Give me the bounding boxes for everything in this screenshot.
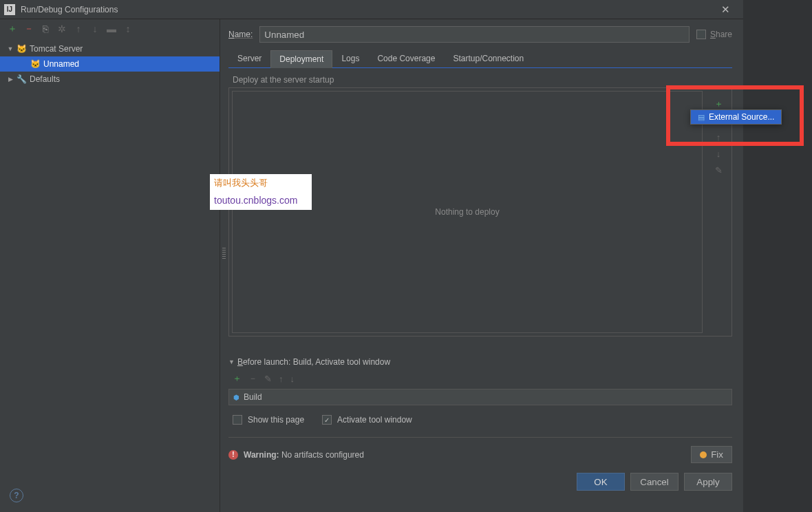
expand-arrow-icon: ▼ bbox=[7, 45, 14, 52]
deploy-edit-icon[interactable]: ✎ bbox=[712, 164, 725, 176]
tree-tomcat-server[interactable]: ▼ 🐱 Tomcat Server bbox=[0, 41, 220, 56]
deploy-add-icon[interactable]: ＋ bbox=[712, 98, 725, 110]
ok-button[interactable]: OK bbox=[577, 473, 625, 491]
dialog-buttons: OK Cancel Apply bbox=[228, 473, 732, 491]
run-debug-dialog: IJ Run/Debug Configurations ✕ ＋ － ⎘ ✲ ↑ … bbox=[0, 0, 743, 512]
deploy-section-label: Deploy at the server startup bbox=[233, 75, 732, 85]
bl-remove-icon[interactable]: － bbox=[248, 372, 257, 385]
popup-external-source[interactable]: ▤ External Source... bbox=[691, 110, 781, 124]
background-panel bbox=[743, 0, 812, 512]
tab-deployment[interactable]: Deployment bbox=[270, 50, 332, 68]
deploy-empty-label: Nothing to deploy bbox=[435, 207, 499, 217]
down-icon[interactable]: ↓ bbox=[89, 23, 100, 34]
tree-label: Defaults bbox=[30, 74, 60, 84]
sidebar-toolbar: ＋ － ⎘ ✲ ↑ ↓ ▬ ↕ bbox=[0, 19, 220, 39]
tree-label: Unnamed bbox=[43, 59, 79, 69]
cancel-button[interactable]: Cancel bbox=[630, 473, 679, 491]
before-launch-header[interactable]: ▼ Before launch: Build, Activate tool wi… bbox=[228, 357, 732, 367]
remove-icon[interactable]: － bbox=[23, 23, 34, 34]
archive-icon: ▤ bbox=[698, 113, 705, 122]
show-page-label: Show this page bbox=[248, 415, 304, 425]
bl-up-icon[interactable]: ↑ bbox=[279, 374, 284, 384]
tab-logs[interactable]: Logs bbox=[332, 50, 368, 67]
tree-label: Tomcat Server bbox=[30, 44, 83, 54]
deploy-down-icon[interactable]: ↓ bbox=[712, 147, 725, 160]
watermark-line2: toutou.cnblogs.com bbox=[214, 195, 308, 206]
collapse-arrow-icon: ▼ bbox=[228, 359, 235, 365]
window-title: Run/Debug Configurations bbox=[21, 5, 712, 14]
warning-text: Warning: No artifacts configured bbox=[244, 450, 364, 460]
sidebar: ＋ － ⎘ ✲ ↑ ↓ ▬ ↕ ▼ 🐱 Tomcat Server 🐱 Unna… bbox=[0, 19, 220, 512]
settings-icon[interactable]: ✲ bbox=[56, 23, 67, 34]
tab-startup-connection[interactable]: Startup/Connection bbox=[444, 50, 533, 67]
deploy-toolbar: ＋ － ↑ ↓ ✎ bbox=[708, 91, 729, 333]
warning-row: ! Warning: No artifacts configured Fix bbox=[228, 437, 732, 463]
add-icon[interactable]: ＋ bbox=[7, 23, 18, 34]
tab-server[interactable]: Server bbox=[228, 50, 270, 67]
config-tree: ▼ 🐱 Tomcat Server 🐱 Unnamed ▶ 🔧 Defaults bbox=[0, 39, 220, 87]
bulb-icon bbox=[700, 451, 707, 458]
folder-icon[interactable]: ▬ bbox=[106, 23, 117, 34]
splitter-handle[interactable] bbox=[222, 248, 226, 259]
before-launch-list[interactable]: ⬢ Build bbox=[228, 389, 732, 405]
deploy-area: Nothing to deploy ＋ － ↑ ↓ ✎ bbox=[228, 87, 732, 337]
bl-item-label: Build bbox=[244, 392, 262, 402]
copy-icon[interactable]: ⎘ bbox=[40, 23, 51, 34]
up-icon[interactable]: ↑ bbox=[73, 23, 84, 34]
tab-bar: Server Deployment Logs Code Coverage Sta… bbox=[228, 50, 732, 68]
tree-unnamed[interactable]: 🐱 Unnamed bbox=[0, 56, 220, 72]
help-button[interactable]: ? bbox=[10, 489, 23, 502]
tomcat-icon: 🐱 bbox=[30, 59, 41, 69]
tomcat-icon: 🐱 bbox=[17, 44, 27, 54]
watermark-line1: 请叫我头头哥 bbox=[214, 177, 308, 189]
share-label: Share bbox=[710, 30, 732, 39]
bl-edit-icon[interactable]: ✎ bbox=[264, 374, 272, 384]
sort-icon[interactable]: ↕ bbox=[122, 23, 133, 34]
activate-checkbox[interactable]: ✓ bbox=[322, 415, 332, 425]
share-checkbox[interactable] bbox=[696, 30, 706, 39]
warning-icon: ! bbox=[228, 450, 238, 460]
tab-code-coverage[interactable]: Code Coverage bbox=[368, 50, 444, 67]
deploy-list: Nothing to deploy bbox=[232, 91, 703, 333]
watermark: 请叫我头头哥 toutou.cnblogs.com bbox=[210, 174, 312, 210]
tree-defaults[interactable]: ▶ 🔧 Defaults bbox=[0, 72, 220, 87]
content-panel: Name: Share Server Deployment Logs Code … bbox=[220, 19, 743, 512]
fix-button[interactable]: Fix bbox=[691, 446, 732, 463]
wrench-icon: 🔧 bbox=[17, 74, 27, 84]
before-launch-section: ▼ Before launch: Build, Activate tool wi… bbox=[228, 357, 732, 425]
show-page-checkbox[interactable] bbox=[233, 415, 242, 425]
deploy-up-icon[interactable]: ↑ bbox=[712, 131, 725, 143]
add-deployment-popup: ▤ External Source... bbox=[690, 109, 782, 125]
close-button[interactable]: ✕ bbox=[712, 0, 739, 19]
bl-add-icon[interactable]: ＋ bbox=[233, 372, 242, 385]
name-input[interactable] bbox=[259, 26, 690, 43]
build-icon: ⬢ bbox=[233, 394, 239, 401]
expand-arrow-icon: ▶ bbox=[7, 76, 14, 83]
titlebar: IJ Run/Debug Configurations ✕ bbox=[0, 0, 743, 19]
bl-down-icon[interactable]: ↓ bbox=[290, 374, 295, 384]
apply-button[interactable]: Apply bbox=[684, 473, 732, 491]
app-icon: IJ bbox=[4, 4, 15, 15]
name-label: Name: bbox=[228, 30, 253, 39]
activate-label: Activate tool window bbox=[337, 415, 412, 425]
